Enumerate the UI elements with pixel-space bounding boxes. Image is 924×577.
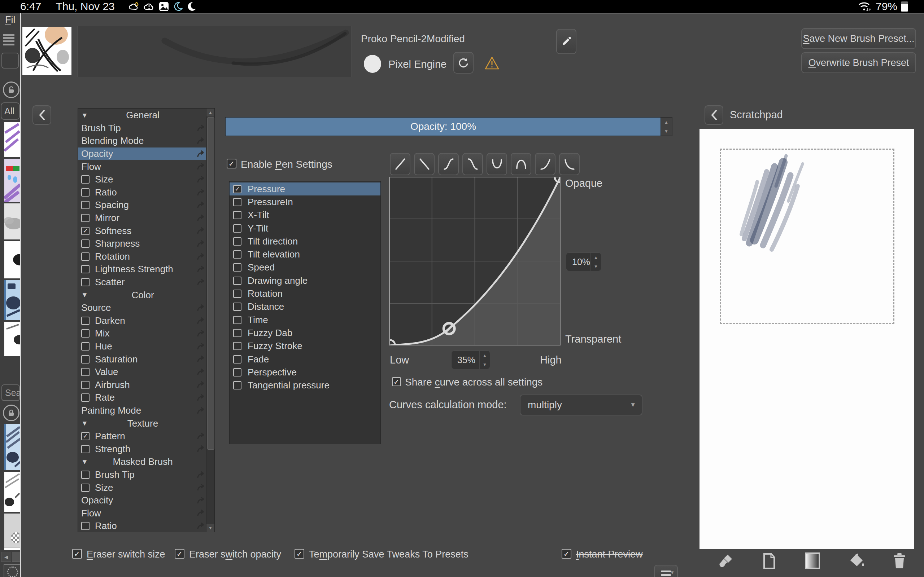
curve-preset-ease-in-button[interactable]	[535, 153, 556, 175]
option-row-flow[interactable]: Flow	[78, 507, 207, 520]
instant-preview-checkbox[interactable]: ✓	[562, 549, 571, 559]
option-checkbox[interactable]	[81, 253, 89, 261]
option-checkbox[interactable]: ✓	[81, 432, 89, 440]
curve-preset-reverse-s-curve-button[interactable]	[462, 153, 483, 175]
sensor-row-drawing-angle[interactable]: Drawing angle	[229, 274, 380, 287]
option-row-sharpness[interactable]: Sharpness	[78, 237, 207, 250]
pattern-chooser-button[interactable]	[3, 564, 21, 577]
sensor-row-pressurein[interactable]: PressureIn	[229, 195, 380, 208]
toolbar-grid-icon[interactable]	[3, 32, 15, 47]
option-row-saturation[interactable]: Saturation	[78, 353, 207, 366]
sensor-checkbox[interactable]	[233, 250, 241, 259]
preset-thumbnail[interactable]	[4, 241, 21, 279]
sensor-list[interactable]: ✓PressurePressureInX-TiltY-TiltTilt dire…	[229, 181, 381, 444]
calc-mode-dropdown[interactable]: multiply ▼	[520, 395, 643, 416]
option-checkbox[interactable]	[81, 317, 89, 325]
eraser-switch-size-checkbox[interactable]: ✓	[72, 549, 82, 559]
reload-engine-defaults-button[interactable]	[453, 52, 473, 74]
toolbar-button[interactable]	[2, 53, 19, 69]
sensor-checkbox[interactable]	[233, 237, 241, 246]
option-row-softness[interactable]: ✓Softness	[78, 224, 207, 237]
scratchpad-canvas[interactable]	[699, 129, 914, 549]
curve-preset-ease-out-button[interactable]	[559, 153, 580, 175]
sensor-row-speed[interactable]: Speed	[229, 261, 380, 274]
option-checkbox[interactable]	[81, 368, 89, 376]
sensor-checkbox[interactable]: ✓	[233, 185, 241, 193]
sensor-row-y-tilt[interactable]: Y-Tilt	[229, 222, 380, 235]
share-curve-checkbox[interactable]: ✓	[392, 377, 401, 386]
file-menu[interactable]: Fil	[5, 15, 16, 26]
preset-thumbnail[interactable]	[4, 159, 21, 202]
preset-thumbnail-selected[interactable]	[4, 424, 21, 470]
curve-preset-s-curve-button[interactable]	[438, 153, 459, 175]
option-row-mirror[interactable]: Mirror	[78, 212, 207, 225]
option-checkbox[interactable]	[81, 393, 89, 402]
eraser-switch-opacity-checkbox[interactable]: ✓	[175, 549, 184, 559]
option-row-brush-tip[interactable]: Brush Tip	[78, 122, 207, 135]
option-checkbox[interactable]	[81, 188, 89, 197]
scroll-up-icon[interactable]: ▲	[207, 108, 215, 116]
option-row-lightness-strength[interactable]: Lightness Strength	[78, 263, 207, 276]
option-row-hue[interactable]: Hue	[78, 340, 207, 353]
option-row-source[interactable]: Source	[78, 301, 207, 314]
curve-point-y-spinbox[interactable]: 10% ▲▼	[566, 253, 601, 271]
options-section-masked-brush[interactable]: ▼Masked Brush	[78, 456, 207, 469]
sensor-row-tangential-pressure[interactable]: Tangential pressure	[229, 379, 380, 392]
curve-editor[interactable]	[389, 177, 561, 345]
scratchpad-fill-gradient-button[interactable]	[805, 553, 820, 569]
temp-save-tweaks-checkbox[interactable]: ✓	[294, 549, 304, 559]
preset-thumbnail[interactable]	[4, 472, 21, 512]
option-row-rate[interactable]: Rate	[78, 391, 207, 404]
option-row-opacity[interactable]: Opacity	[78, 148, 207, 161]
sensor-row-rotation[interactable]: Rotation	[229, 287, 380, 300]
option-row-flow[interactable]: Flow	[78, 160, 207, 173]
option-row-ratio[interactable]: Ratio	[78, 186, 207, 199]
opacity-slider-spinner[interactable]: ▲▼	[661, 118, 672, 135]
option-row-spacing[interactable]: Spacing	[78, 199, 207, 212]
preset-thumbnail-selected[interactable]	[4, 280, 21, 320]
scratchpad-fill-background-button[interactable]	[848, 553, 866, 569]
option-checkbox[interactable]	[81, 239, 89, 248]
overwrite-preset-button[interactable]: Overwrite Brush Preset	[801, 52, 916, 73]
sensor-checkbox[interactable]	[233, 316, 241, 324]
option-checkbox[interactable]	[81, 484, 89, 492]
option-checkbox[interactable]	[81, 214, 89, 222]
sensor-row-time[interactable]: Time	[229, 313, 380, 326]
option-row-ratio[interactable]: Ratio	[78, 520, 207, 532]
option-row-size[interactable]: Size	[78, 481, 207, 494]
option-row-pattern[interactable]: ✓Pattern	[78, 430, 207, 443]
option-checkbox[interactable]	[81, 265, 89, 273]
sensor-checkbox[interactable]	[233, 303, 241, 311]
preset-thumbnail[interactable]	[4, 203, 21, 239]
scratchpad-clear-button[interactable]	[892, 553, 907, 569]
options-section-color[interactable]: ▼Color	[78, 288, 207, 301]
option-row-darken[interactable]: Darken	[78, 314, 207, 327]
sensor-row-fuzzy-stroke[interactable]: Fuzzy Stroke	[229, 340, 380, 353]
sensor-row-distance[interactable]: Distance	[229, 300, 380, 313]
unlock-docker-icon[interactable]	[3, 82, 19, 98]
sensor-checkbox[interactable]	[233, 329, 241, 337]
option-checkbox[interactable]	[81, 381, 89, 389]
option-checkbox[interactable]	[81, 522, 89, 530]
sensor-row-fuzzy-dab[interactable]: Fuzzy Dab	[229, 326, 380, 339]
scroll-left-button[interactable]: ◀	[1, 552, 11, 562]
scratchpad-paint-button[interactable]	[717, 553, 734, 569]
option-checkbox[interactable]	[81, 201, 89, 209]
sensor-row-tilt-direction[interactable]: Tilt direction	[229, 235, 380, 248]
option-checkbox[interactable]	[81, 471, 89, 479]
preset-search-input[interactable]: Sea	[2, 384, 20, 401]
option-row-size[interactable]: Size	[78, 173, 207, 186]
collapse-scratchpad-button[interactable]	[704, 105, 723, 125]
option-row-airbrush[interactable]: Airbrush	[78, 378, 207, 391]
preset-thumbnail[interactable]	[4, 514, 21, 547]
brush-options-list[interactable]: ▼GeneralBrush TipBlending ModeOpacityFlo…	[78, 108, 215, 532]
sensor-row-pressure[interactable]: ✓Pressure	[229, 182, 380, 195]
horizontal-scrollbar[interactable]	[12, 552, 21, 562]
sensor-checkbox[interactable]	[233, 290, 241, 298]
sensor-row-tilt-elevation[interactable]: Tilt elevation	[229, 248, 380, 261]
enable-pen-settings-checkbox[interactable]: ✓	[227, 159, 236, 168]
sensor-checkbox[interactable]	[233, 224, 241, 233]
detach-menu-button[interactable]: ▼	[654, 565, 678, 577]
sensor-checkbox[interactable]	[233, 368, 241, 377]
scroll-down-icon[interactable]: ▼	[207, 524, 215, 532]
